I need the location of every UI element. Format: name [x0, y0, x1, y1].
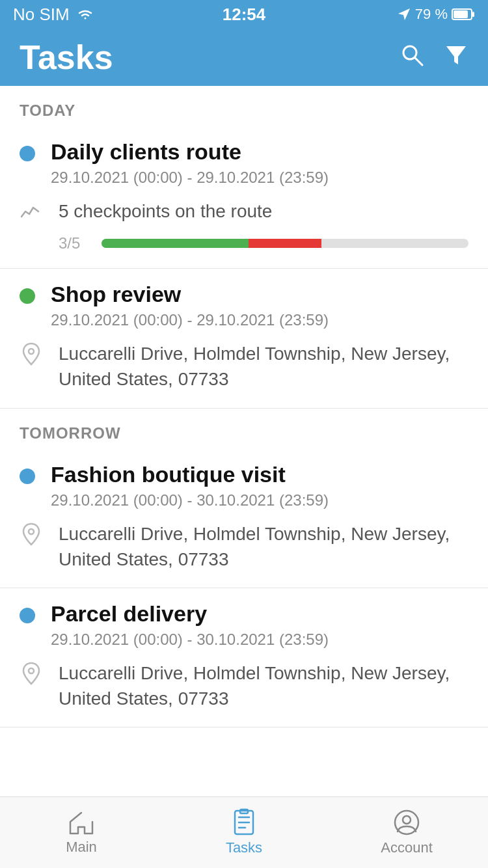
section-label-tomorrow: TOMORROW [0, 409, 488, 449]
task-header: Shop review 29.10.2021 (00:00) - 29.10.2… [20, 282, 468, 329]
section-label-today: TODAY [0, 86, 488, 126]
main-content: TODAY Daily clients route 29.10.2021 (00… [0, 86, 488, 806]
account-icon [394, 809, 420, 835]
progress-green [102, 239, 249, 248]
status-bar: No SIM 12:54 79 % [0, 0, 488, 29]
location-text: Luccarelli Drive, Holmdel Township, New … [59, 341, 468, 392]
status-dot-blue [20, 146, 35, 161]
svg-point-15 [403, 816, 411, 824]
location-text: Luccarelli Drive, Holmdel Township, New … [59, 660, 468, 711]
task-header: Fashion boutique visit 29.10.2021 (00:00… [20, 462, 468, 509]
tasks-icon [231, 809, 257, 835]
location-text: Luccarelli Drive, Holmdel Township, New … [59, 521, 468, 572]
task-title-block: Parcel delivery 29.10.2021 (00:00) - 30.… [51, 601, 468, 649]
task-title: Parcel delivery [51, 601, 468, 627]
pin-icon [21, 522, 41, 546]
section-today: TODAY Daily clients route 29.10.2021 (00… [0, 86, 488, 409]
filter-icon [444, 42, 468, 67]
task-detail-route: 5 checkpoints on the route [20, 198, 468, 224]
carrier-text: No SIM [13, 5, 70, 25]
home-icon [68, 810, 95, 835]
svg-point-6 [29, 349, 34, 354]
nav-label-tasks: Tasks [226, 839, 262, 856]
route-icon [20, 200, 43, 223]
nav-item-main[interactable]: Main [0, 810, 163, 856]
pin-icon [21, 662, 41, 685]
task-title: Shop review [51, 282, 468, 307]
nav-item-tasks[interactable]: Tasks [163, 809, 325, 856]
battery-icon [452, 8, 475, 21]
progress-row: 3/5 [20, 234, 468, 252]
task-header: Parcel delivery 29.10.2021 (00:00) - 30.… [20, 601, 468, 649]
svg-point-8 [29, 668, 34, 673]
svg-rect-1 [472, 12, 474, 17]
task-title-block: Daily clients route 29.10.2021 (00:00) -… [51, 139, 468, 187]
location-icon [20, 342, 43, 366]
status-time: 12:54 [223, 5, 266, 25]
task-date: 29.10.2021 (00:00) - 29.10.2021 (23:59) [51, 169, 468, 187]
nav-item-account[interactable]: Account [325, 809, 488, 856]
task-date: 29.10.2021 (00:00) - 30.10.2021 (23:59) [51, 491, 468, 509]
progress-label: 3/5 [59, 234, 91, 252]
status-left: No SIM [13, 5, 94, 25]
location-status-icon [397, 7, 411, 21]
status-dot-blue [20, 468, 35, 484]
page-header: Tasks [0, 29, 488, 86]
filter-button[interactable] [444, 42, 468, 73]
pin-icon [21, 342, 41, 366]
location-icon [20, 662, 43, 685]
header-actions [400, 42, 468, 73]
task-header: Daily clients route 29.10.2021 (00:00) -… [20, 139, 468, 187]
task-title: Fashion boutique visit [51, 462, 468, 487]
svg-marker-5 [446, 46, 466, 64]
task-detail-location: Luccarelli Drive, Holmdel Township, New … [20, 521, 468, 572]
task-shop-review[interactable]: Shop review 29.10.2021 (00:00) - 29.10.2… [0, 269, 488, 408]
wifi-icon [76, 7, 94, 21]
bottom-nav: Main Tasks Account [0, 796, 488, 868]
location-icon [20, 522, 43, 546]
task-date: 29.10.2021 (00:00) - 30.10.2021 (23:59) [51, 631, 468, 649]
task-detail-location: Luccarelli Drive, Holmdel Township, New … [20, 660, 468, 711]
svg-rect-2 [454, 10, 468, 18]
task-daily-clients-route[interactable]: Daily clients route 29.10.2021 (00:00) -… [0, 126, 488, 269]
task-date: 29.10.2021 (00:00) - 29.10.2021 (23:59) [51, 311, 468, 329]
progress-bar [102, 239, 468, 248]
status-dot-green [20, 288, 35, 304]
progress-red [249, 239, 322, 248]
nav-label-account: Account [381, 839, 433, 856]
status-right: 79 % [397, 6, 475, 23]
svg-point-7 [29, 529, 34, 534]
task-title: Daily clients route [51, 139, 468, 165]
task-title-block: Fashion boutique visit 29.10.2021 (00:00… [51, 462, 468, 509]
svg-line-4 [415, 58, 422, 65]
search-button[interactable] [400, 42, 424, 73]
status-dot-blue [20, 608, 35, 623]
section-tomorrow: TOMORROW Fashion boutique visit 29.10.20… [0, 409, 488, 728]
page-title: Tasks [20, 38, 113, 77]
task-fashion-boutique[interactable]: Fashion boutique visit 29.10.2021 (00:00… [0, 449, 488, 588]
task-parcel-delivery[interactable]: Parcel delivery 29.10.2021 (00:00) - 30.… [0, 588, 488, 727]
battery-text: 79 % [415, 6, 448, 23]
task-detail-location: Luccarelli Drive, Holmdel Township, New … [20, 341, 468, 392]
task-title-block: Shop review 29.10.2021 (00:00) - 29.10.2… [51, 282, 468, 329]
nav-label-main: Main [66, 839, 97, 856]
route-path-icon [20, 202, 42, 221]
search-icon [400, 42, 424, 67]
route-detail-text: 5 checkpoints on the route [59, 198, 468, 224]
